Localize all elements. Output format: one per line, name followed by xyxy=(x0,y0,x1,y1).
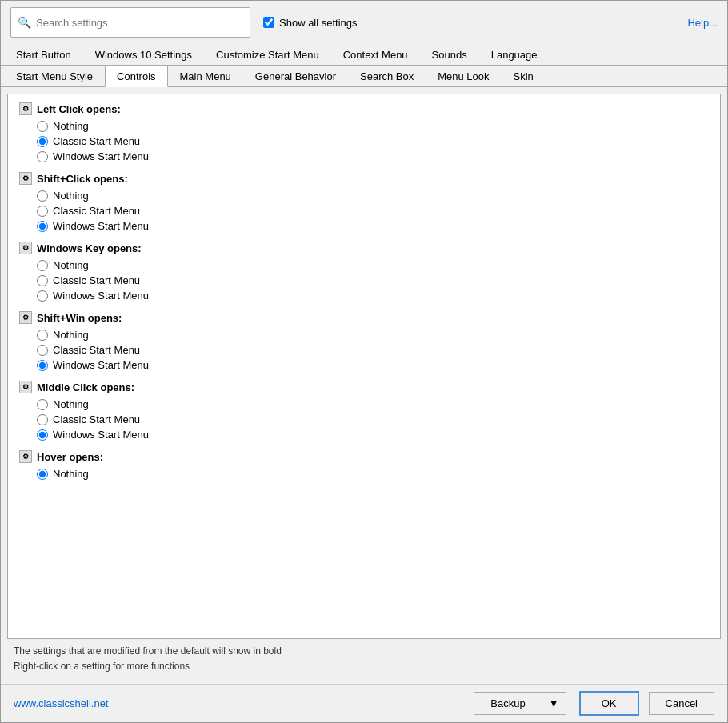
section-windows-key-title: Windows Key opens: xyxy=(37,242,142,254)
radio-lc-windows[interactable] xyxy=(37,151,48,162)
help-link[interactable]: Help... xyxy=(687,17,718,29)
option-mc-windows[interactable]: Windows Start Menu xyxy=(19,427,709,442)
option-wk-nothing[interactable]: Nothing xyxy=(19,258,709,273)
option-lc-classic[interactable]: Classic Start Menu xyxy=(19,134,709,149)
label-sc-windows: Windows Start Menu xyxy=(53,220,149,232)
label-lc-nothing: Nothing xyxy=(53,120,89,132)
tab-general-behavior[interactable]: General Behavior xyxy=(243,66,348,86)
tab-customize-start-menu[interactable]: Customize Start Menu xyxy=(204,44,331,65)
section-left-click-title: Left Click opens: xyxy=(37,103,121,115)
label-sc-nothing: Nothing xyxy=(53,190,89,202)
tab-controls[interactable]: Controls xyxy=(105,66,167,87)
section-middle-click-title: Middle Click opens: xyxy=(37,381,134,393)
option-sc-windows[interactable]: Windows Start Menu xyxy=(19,218,709,234)
radio-mc-nothing[interactable] xyxy=(37,399,48,410)
tab-start-menu-style[interactable]: Start Menu Style xyxy=(4,66,105,86)
tab-row-2: Start Menu Style Controls Main Menu Gene… xyxy=(1,66,727,87)
option-sw-classic[interactable]: Classic Start Menu xyxy=(19,342,709,358)
search-input[interactable] xyxy=(36,17,243,29)
tab-skin[interactable]: Skin xyxy=(502,66,546,86)
settings-panel: ⚙ Left Click opens: Nothing Classic Star… xyxy=(7,94,721,639)
radio-wk-classic[interactable] xyxy=(37,275,48,286)
section-shift-click: ⚙ Shift+Click opens: xyxy=(19,172,709,185)
tab-context-menu[interactable]: Context Menu xyxy=(331,44,420,65)
option-mc-nothing[interactable]: Nothing xyxy=(19,397,709,412)
settings-scroll[interactable]: ⚙ Left Click opens: Nothing Classic Star… xyxy=(8,94,720,638)
show-all-settings-container: Show all settings xyxy=(263,17,358,29)
tab-start-button[interactable]: Start Button xyxy=(4,44,83,65)
label-lc-classic: Classic Start Menu xyxy=(53,135,140,147)
label-wk-nothing: Nothing xyxy=(53,259,89,271)
footer-line2: Right-click on a setting for more functi… xyxy=(14,659,714,674)
section-shift-win-title: Shift+Win opens: xyxy=(37,312,122,324)
section-icon-shift-win: ⚙ xyxy=(19,311,32,324)
option-lc-windows[interactable]: Windows Start Menu xyxy=(19,149,709,164)
dialog-window: 🔍 Show all settings Help... Start Button… xyxy=(0,0,728,723)
radio-wk-nothing[interactable] xyxy=(37,260,48,271)
section-shift-click-title: Shift+Click opens: xyxy=(37,173,128,185)
option-sc-classic[interactable]: Classic Start Menu xyxy=(19,203,709,218)
option-sc-nothing[interactable]: Nothing xyxy=(19,188,709,203)
tab-search-box[interactable]: Search Box xyxy=(348,66,426,86)
option-ho-nothing[interactable]: Nothing xyxy=(19,466,709,481)
classicshell-link[interactable]: www.classicshell.net xyxy=(14,697,109,709)
section-left-click: ⚙ Left Click opens: xyxy=(19,102,709,115)
radio-sc-nothing[interactable] xyxy=(37,190,48,202)
backup-dropdown-button[interactable]: ▼ xyxy=(542,693,566,714)
label-sw-nothing: Nothing xyxy=(53,329,89,341)
cancel-button[interactable]: Cancel xyxy=(649,692,714,715)
radio-mc-classic[interactable] xyxy=(37,414,48,425)
radio-lc-nothing[interactable] xyxy=(37,121,48,132)
label-mc-windows: Windows Start Menu xyxy=(53,429,149,441)
tab-row-1: Start Button Windows 10 Settings Customi… xyxy=(1,44,727,66)
bottom-bar: www.classicshell.net Backup ▼ OK Cancel xyxy=(1,684,727,722)
footer-line1: The settings that are modified from the … xyxy=(14,644,714,659)
ok-button[interactable]: OK xyxy=(579,691,639,716)
section-shift-win: ⚙ Shift+Win opens: xyxy=(19,311,709,324)
label-sc-classic: Classic Start Menu xyxy=(53,205,140,217)
label-wk-classic: Classic Start Menu xyxy=(53,274,140,286)
radio-sw-classic[interactable] xyxy=(37,345,48,356)
radio-lc-classic[interactable] xyxy=(37,136,48,147)
label-mc-classic: Classic Start Menu xyxy=(53,413,140,425)
section-hover-opens-title: Hover opens: xyxy=(37,451,103,463)
option-wk-windows[interactable]: Windows Start Menu xyxy=(19,288,709,303)
tab-menu-look[interactable]: Menu Look xyxy=(426,66,501,86)
section-hover-opens: ⚙ Hover opens: xyxy=(19,450,709,463)
radio-ho-nothing[interactable] xyxy=(37,469,48,480)
label-lc-windows: Windows Start Menu xyxy=(53,150,149,162)
label-sw-windows: Windows Start Menu xyxy=(53,359,149,371)
show-all-settings-checkbox[interactable] xyxy=(263,17,274,28)
radio-sc-classic[interactable] xyxy=(37,206,48,217)
radio-mc-windows[interactable] xyxy=(37,429,48,441)
label-ho-nothing: Nothing xyxy=(53,468,89,480)
radio-sw-nothing[interactable] xyxy=(37,330,48,341)
section-middle-click: ⚙ Middle Click opens: xyxy=(19,381,709,393)
option-mc-classic[interactable]: Classic Start Menu xyxy=(19,412,709,427)
option-wk-classic[interactable]: Classic Start Menu xyxy=(19,273,709,288)
tab-main-menu[interactable]: Main Menu xyxy=(168,66,243,86)
label-wk-windows: Windows Start Menu xyxy=(53,290,149,302)
option-lc-nothing[interactable]: Nothing xyxy=(19,118,709,134)
option-sw-windows[interactable]: Windows Start Menu xyxy=(19,358,709,373)
label-mc-nothing: Nothing xyxy=(53,398,89,410)
section-windows-key: ⚙ Windows Key opens: xyxy=(19,242,709,254)
show-all-settings-label: Show all settings xyxy=(279,17,358,29)
section-icon-shift-click: ⚙ xyxy=(19,172,32,185)
radio-sc-windows[interactable] xyxy=(37,221,48,232)
section-icon-hover-opens: ⚙ xyxy=(19,450,32,463)
backup-wrapper: Backup ▼ xyxy=(474,692,566,715)
section-icon-left-click: ⚙ xyxy=(19,102,32,115)
radio-wk-windows[interactable] xyxy=(37,290,48,302)
tab-windows-10-settings[interactable]: Windows 10 Settings xyxy=(83,44,204,65)
option-sw-nothing[interactable]: Nothing xyxy=(19,327,709,342)
tab-sounds[interactable]: Sounds xyxy=(420,44,479,65)
radio-sw-windows[interactable] xyxy=(37,360,48,371)
search-icon: 🔍 xyxy=(18,16,31,29)
section-icon-middle-click: ⚙ xyxy=(19,381,32,393)
footer-note: The settings that are modified from the … xyxy=(7,639,721,677)
backup-button[interactable]: Backup xyxy=(474,693,541,714)
tab-language[interactable]: Language xyxy=(479,44,550,65)
search-box-container: 🔍 xyxy=(10,7,250,38)
top-bar: 🔍 Show all settings Help... xyxy=(1,1,727,44)
